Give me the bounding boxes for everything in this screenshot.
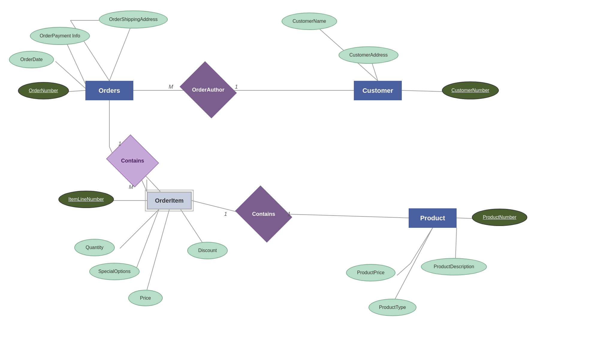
entity-product: Product	[409, 208, 457, 228]
diagram-lines	[0, 0, 610, 364]
relationship-contains-2: Contains	[241, 196, 286, 232]
attr-order-number: OrderNumber	[18, 82, 69, 99]
mult-1-1: 1	[235, 84, 238, 90]
attr-product-price: ProductPrice	[346, 264, 395, 281]
attr-order-date: OrderDate	[9, 51, 54, 68]
mult-m-contains1: M	[129, 184, 133, 190]
mult-1-contains1: 1	[118, 141, 121, 147]
svg-line-25	[455, 228, 457, 260]
svg-line-17	[135, 210, 159, 272]
attr-quantity: Quantity	[74, 239, 115, 256]
svg-line-2	[109, 20, 133, 81]
attr-product-number: ProductNumber	[472, 209, 527, 226]
svg-line-24	[397, 263, 410, 275]
attr-order-shipping-address: OrderShippingAddress	[99, 10, 168, 28]
er-diagram: Orders Customer Product OrderItem OrderA…	[0, 0, 610, 364]
entity-order-item: OrderItem	[147, 192, 192, 210]
svg-line-23	[410, 228, 433, 263]
attr-item-line-number: ItemLineNumber	[58, 191, 114, 208]
svg-line-10	[402, 90, 443, 92]
mult-1-contains2b: 1	[288, 211, 291, 217]
svg-line-16	[120, 210, 159, 248]
svg-line-19	[147, 210, 169, 290]
attr-product-description: ProductDescription	[421, 258, 487, 275]
attr-customer-number: CustomerNumber	[442, 81, 499, 99]
entity-customer: Customer	[354, 81, 402, 100]
mult-m1: M	[169, 84, 173, 90]
entity-orders: Orders	[85, 81, 133, 100]
attr-product-type: ProductType	[369, 299, 416, 316]
svg-line-5	[64, 38, 85, 84]
attr-price: Price	[128, 290, 163, 306]
relationship-order-author: OrderAuthor	[186, 72, 231, 108]
attr-customer-address: CustomerAddress	[339, 46, 398, 64]
svg-line-21	[285, 214, 409, 218]
svg-line-7	[68, 90, 85, 92]
relationship-contains-1: Contains	[112, 144, 153, 178]
attr-order-payment-info: OrderPayment Info	[30, 27, 90, 45]
svg-line-22	[457, 218, 473, 219]
attr-special-options: SpecialOptions	[89, 263, 140, 280]
attr-discount: Discount	[187, 242, 228, 259]
attr-customer-name: CustomerName	[282, 13, 337, 30]
mult-1-contains2a: 1	[224, 211, 227, 217]
